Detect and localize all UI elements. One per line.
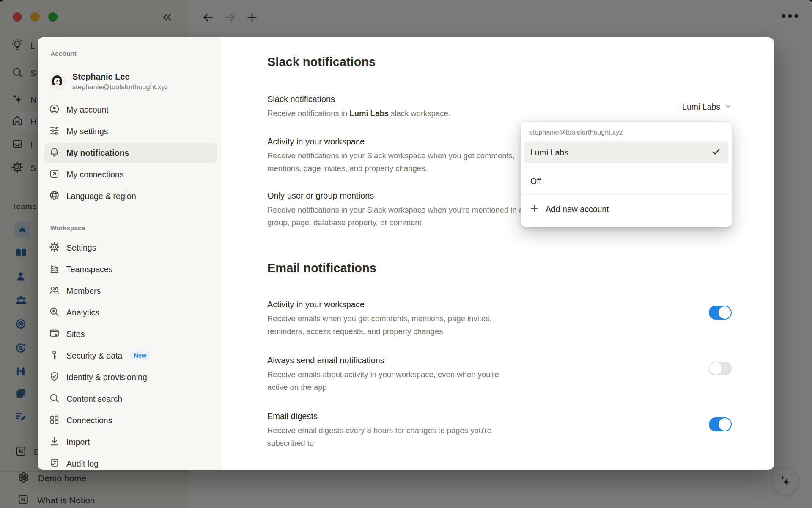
globe-icon xyxy=(49,190,60,203)
setting-title: Only user or group mentions xyxy=(267,190,529,201)
section-divider xyxy=(267,79,732,79)
workspace-items-list: Settings Teamspaces Members Analytics Si… xyxy=(44,238,217,470)
email-digests-toggle[interactable] xyxy=(709,417,732,431)
workspace-section-label: Workspace xyxy=(44,224,217,232)
screen: L S N H I S Teams C xyxy=(0,0,812,508)
settings-modal: Account Stephanie Lee stephanie@toolsfor… xyxy=(38,37,774,470)
section-divider xyxy=(267,285,732,285)
email-always-send-row: Always send email notifications Receive … xyxy=(267,355,732,394)
setting-title: Activity in your workspace xyxy=(267,299,504,310)
building-icon xyxy=(49,263,60,276)
dropdown-account-email: stephanie@toolsforthought.xyz xyxy=(521,122,732,140)
magnifier-sparkle-icon xyxy=(49,306,60,319)
toggle-knob xyxy=(719,306,731,319)
settings-content: Slack notifications Slack notifications … xyxy=(221,37,774,470)
sidebar-item-my-connections[interactable]: My connections xyxy=(44,165,217,184)
sidebar-item-my-notifications[interactable]: My notifications xyxy=(44,143,217,163)
key-icon xyxy=(49,349,60,362)
email-activity-toggle[interactable] xyxy=(709,306,732,320)
setting-title: Always send email notifications xyxy=(267,355,504,366)
check-icon xyxy=(711,147,721,158)
account-user-block[interactable]: Stephanie Lee stephanie@toolsforthought.… xyxy=(44,71,217,91)
sidebar-item-teamspaces[interactable]: Teamspaces xyxy=(44,260,217,279)
setting-description: Receive email digests every 8 hours for … xyxy=(267,424,504,450)
scroll-icon xyxy=(49,457,60,470)
search-icon xyxy=(49,392,60,406)
dropdown-option-off[interactable]: Off xyxy=(521,168,732,194)
sidebar-item-audit-log[interactable]: Audit log xyxy=(44,454,217,470)
account-section-label: Account xyxy=(44,50,217,58)
slack-workspace-dropdown-menu: stephanie@toolsforthought.xyz Lumi Labs … xyxy=(521,122,732,227)
sidebar-item-settings[interactable]: Settings xyxy=(44,238,217,257)
app-window: L S N H I S Teams C xyxy=(0,0,812,508)
arrow-up-right-box-icon xyxy=(49,168,60,181)
setting-description: Receive emails about activity in your wo… xyxy=(267,368,504,394)
sidebar-item-security-data[interactable]: Security & data New xyxy=(44,346,217,365)
person-circle-icon xyxy=(49,103,60,116)
toggle-knob xyxy=(719,418,731,431)
settings-sidebar: Account Stephanie Lee stephanie@toolsfor… xyxy=(38,37,221,470)
plus-icon xyxy=(529,204,539,215)
browser-cursor-icon xyxy=(49,328,60,341)
email-section-heading: Email notifications xyxy=(267,260,774,276)
sliders-icon xyxy=(49,125,60,138)
email-always-send-toggle[interactable] xyxy=(709,362,732,375)
gear-icon xyxy=(49,241,60,254)
sidebar-item-connections[interactable]: Connections xyxy=(44,411,217,430)
setting-description: Receive emails when you get comments, me… xyxy=(267,312,504,338)
sidebar-item-my-account[interactable]: My account xyxy=(44,100,217,119)
shield-check-icon xyxy=(49,371,60,384)
sidebar-item-import[interactable]: Import xyxy=(44,432,217,452)
account-items-list: My account My settings My notifications … xyxy=(44,100,217,206)
import-arrow-icon xyxy=(49,436,60,449)
chevron-down-icon xyxy=(724,102,732,111)
dropdown-add-new-account[interactable]: Add new account xyxy=(521,195,732,224)
slack-section-heading: Slack notifications xyxy=(267,54,774,69)
dropdown-option-lumi-labs[interactable]: Lumi Labs xyxy=(524,141,728,163)
setting-title: Activity in your workspace xyxy=(267,136,529,147)
account-email: stephanie@toolsforthought.xyz xyxy=(72,82,168,91)
email-digests-row: Email digests Receive email digests ever… xyxy=(267,411,732,450)
sidebar-item-identity-provisioning[interactable]: Identity & provisioning xyxy=(44,367,217,387)
account-name: Stephanie Lee xyxy=(72,71,168,82)
grid-icon xyxy=(49,414,60,427)
email-activity-row: Activity in your workspace Receive email… xyxy=(267,299,732,338)
sidebar-item-my-settings[interactable]: My settings xyxy=(44,121,217,141)
setting-title: Slack notifications xyxy=(267,94,450,105)
setting-description: Receive notifications in your Slack work… xyxy=(267,149,529,175)
slack-workspace-dropdown-trigger[interactable]: Lumi Labs xyxy=(682,102,732,112)
sidebar-item-members[interactable]: Members xyxy=(44,281,217,301)
members-icon xyxy=(49,284,60,298)
sidebar-item-sites[interactable]: Sites xyxy=(44,324,217,344)
avatar xyxy=(49,73,66,90)
setting-title: Email digests xyxy=(267,411,504,422)
setting-description: Receive notifications in your Slack work… xyxy=(267,204,529,229)
sidebar-item-analytics[interactable]: Analytics xyxy=(44,303,217,322)
sidebar-item-content-search[interactable]: Content search xyxy=(44,389,217,409)
bell-icon xyxy=(49,146,60,160)
toggle-knob xyxy=(710,362,722,375)
sidebar-item-language-region[interactable]: Language & region xyxy=(44,186,217,206)
slack-master-row: Slack notifications Receive notification… xyxy=(267,94,732,120)
setting-description: Receive notifications in Lumi Labs slack… xyxy=(267,107,450,120)
new-badge: New xyxy=(130,351,150,360)
